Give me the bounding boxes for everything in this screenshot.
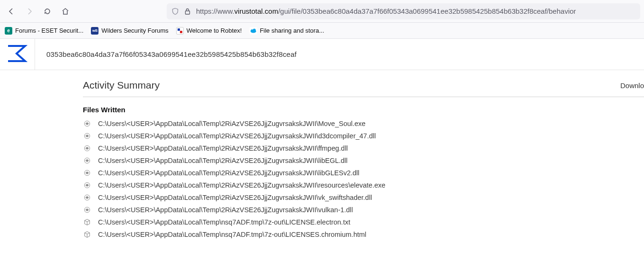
inspect-icon[interactable] [83,206,91,214]
svg-rect-0 [186,11,190,14]
bookmark-label: Forums - ESET Securit... [15,27,83,34]
file-path: C:\Users\<USER>\AppData\Local\Temp\2RiAz… [98,169,359,177]
file-row: C:\Users\<USER>\AppData\Local\Temp\2RiAz… [83,144,644,153]
inspect-icon[interactable] [83,193,91,202]
back-button[interactable] [4,4,19,19]
file-path: C:\Users\<USER>\AppData\Local\Temp\2RiAz… [98,144,348,152]
svg-point-17 [86,197,88,198]
svg-point-15 [86,184,88,186]
inspect-icon[interactable] [83,132,91,140]
activity-title: Activity Summary [83,80,160,91]
robtex-favicon [176,27,184,35]
file-path: C:\Users\<USER>\AppData\Local\Temp\2RiAz… [98,181,385,189]
file-path: C:\Users\<USER>\AppData\Local\Temp\nsq7A… [98,218,350,226]
eset-favicon: e [5,27,12,35]
file-row: C:\Users\<USER>\AppData\Local\Temp\nsq7A… [83,218,644,226]
forward-button[interactable] [22,4,37,19]
browser-toolbar: https://www.virustotal.com/gui/file/0353… [0,0,644,23]
vt-header: 0353bea6c80a4da37a7f66f05343a0699541ee32… [0,39,644,70]
file-path: C:\Users\<USER>\AppData\Local\Temp\nsq7A… [98,231,367,238]
bookmark-label: Wilders Security Forums [101,27,169,34]
file-path: C:\Users\<USER>\AppData\Local\Temp\2RiAz… [98,194,372,201]
svg-point-19 [86,209,88,211]
inspect-icon[interactable] [83,181,91,189]
wilders-favicon: wS [91,27,98,35]
bookmark-label: File sharing and stora... [260,27,324,34]
package-icon[interactable] [83,230,91,239]
shield-icon [171,8,179,15]
bookmarks-bar: e Forums - ESET Securit... wS Wilders Se… [0,23,644,39]
file-path: C:\Users\<USER>\AppData\Local\Temp\2RiAz… [98,132,376,140]
file-row: C:\Users\<USER>\AppData\Local\Temp\nsq7A… [83,230,644,239]
file-row: C:\Users\<USER>\AppData\Local\Temp\2RiAz… [83,156,644,165]
vt-logo[interactable] [0,39,35,70]
file-hash: 0353bea6c80a4da37a7f66f05343a0699541ee32… [35,50,308,58]
lock-icon [184,8,191,15]
svg-point-3 [253,28,256,31]
file-row: C:\Users\<USER>\AppData\Local\Temp\2RiAz… [83,119,644,128]
file-path: C:\Users\<USER>\AppData\Local\Temp\2RiAz… [98,157,348,164]
file-row: C:\Users\<USER>\AppData\Local\Temp\2RiAz… [83,206,644,214]
activity-header: Activity Summary Downlo [83,80,644,97]
inspect-icon[interactable] [83,156,91,165]
inspect-icon[interactable] [83,144,91,153]
bookmark-label: Welcome to Robtex! [187,27,242,34]
url-text: https://www.virustotal.com/gui/file/0353… [196,7,576,15]
reload-button[interactable] [40,4,55,19]
bookmark-robtex[interactable]: Welcome to Robtex! [176,27,242,35]
file-path: C:\Users\<USER>\AppData\Local\Temp\2RiAz… [98,120,366,127]
svg-point-13 [86,172,88,174]
cloud-favicon [250,27,257,35]
file-row: C:\Users\<USER>\AppData\Local\Temp\2RiAz… [83,181,644,189]
content-area: Activity Summary Downlo Files Written C:… [0,70,644,239]
file-path: C:\Users\<USER>\AppData\Local\Temp\2RiAz… [98,206,353,214]
address-bar[interactable]: https://www.virustotal.com/gui/file/0353… [167,3,640,19]
inspect-icon[interactable] [83,119,91,128]
bookmark-eset[interactable]: e Forums - ESET Securit... [5,27,83,35]
svg-point-9 [86,147,88,149]
svg-point-5 [86,123,88,125]
file-row: C:\Users\<USER>\AppData\Local\Temp\2RiAz… [83,169,644,177]
inspect-icon[interactable] [83,169,91,177]
files-written-list: C:\Users\<USER>\AppData\Local\Temp\2RiAz… [83,119,644,239]
bookmark-wilders[interactable]: wS Wilders Security Forums [91,27,169,35]
svg-point-2 [250,29,253,32]
svg-point-7 [86,135,88,137]
home-button[interactable] [58,4,73,19]
files-written-heading: Files Written [83,106,644,114]
package-icon[interactable] [83,218,91,226]
svg-point-11 [86,160,88,162]
file-row: C:\Users\<USER>\AppData\Local\Temp\2RiAz… [83,132,644,140]
download-link[interactable]: Downlo [620,81,644,90]
file-row: C:\Users\<USER>\AppData\Local\Temp\2RiAz… [83,193,644,202]
bookmark-filesharing[interactable]: File sharing and stora... [250,27,324,35]
